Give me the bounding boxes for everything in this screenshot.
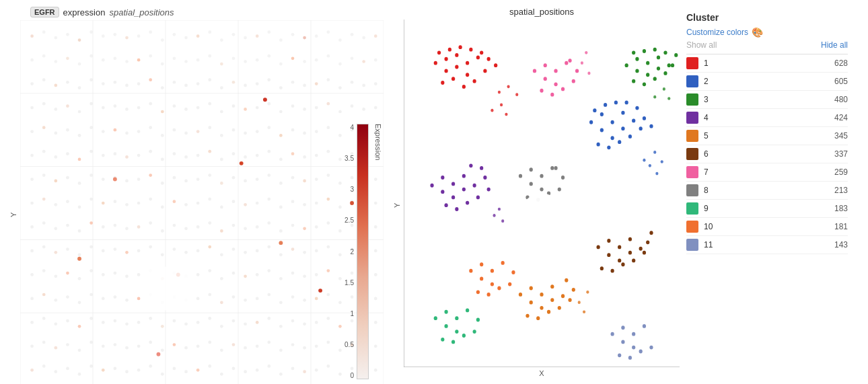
svg-point-133 <box>42 126 46 129</box>
cluster-item[interactable]: 7 259 <box>686 163 848 182</box>
svg-point-428 <box>338 348 342 352</box>
svg-point-305 <box>303 251 306 254</box>
svg-point-580 <box>554 69 557 73</box>
svg-point-627 <box>643 324 646 328</box>
svg-point-78 <box>102 82 105 85</box>
svg-point-426 <box>315 345 318 348</box>
svg-point-114 <box>173 104 176 108</box>
svg-point-329 <box>232 272 236 275</box>
svg-point-505 <box>618 140 621 144</box>
customize-colors-link[interactable]: Customize colors <box>686 28 748 37</box>
y-axis-label-left: Y <box>7 20 20 384</box>
svg-point-496 <box>611 120 614 124</box>
svg-point-194 <box>54 180 57 183</box>
svg-point-112 <box>149 102 152 106</box>
svg-point-257 <box>89 221 93 225</box>
hide-all-link[interactable]: Hide all <box>821 40 848 50</box>
svg-point-214 <box>291 176 295 180</box>
svg-point-409 <box>114 343 117 346</box>
cluster-item[interactable]: 10 181 <box>686 218 848 236</box>
svg-point-135 <box>66 128 69 132</box>
svg-point-318 <box>102 273 105 276</box>
cluster-item[interactable]: 3 480 <box>686 91 848 109</box>
colorbar-ticks: 4 3.5 3 2.5 2 1.5 1 0.5 0 <box>345 124 354 379</box>
left-panel: EGFR expression spatial_positions Y <box>7 7 384 377</box>
svg-point-498 <box>632 118 635 122</box>
svg-point-481 <box>466 73 469 77</box>
svg-point-252 <box>30 225 34 229</box>
cluster-item[interactable]: 2 605 <box>686 73 848 91</box>
svg-point-386 <box>196 321 200 324</box>
cluster-item[interactable]: 6 337 <box>686 145 848 163</box>
svg-point-421 <box>256 345 259 348</box>
svg-point-424 <box>291 343 295 346</box>
cluster-item[interactable]: 1 628 <box>686 54 848 73</box>
svg-point-51 <box>137 59 141 62</box>
svg-point-346 <box>78 301 81 304</box>
svg-point-649 <box>493 214 495 217</box>
cluster-item[interactable]: 4 424 <box>686 109 848 127</box>
svg-point-565 <box>618 245 621 249</box>
cluster-item[interactable]: 5 345 <box>686 127 848 145</box>
svg-point-549 <box>530 286 533 291</box>
svg-point-572 <box>600 266 604 270</box>
cluster-name: 10 <box>704 222 713 231</box>
svg-point-98 <box>338 86 342 89</box>
svg-point-436 <box>78 373 81 376</box>
svg-point-610 <box>451 340 455 344</box>
svg-point-292 <box>149 245 152 249</box>
svg-point-88 <box>220 86 223 89</box>
svg-point-564 <box>607 239 610 243</box>
svg-point-230 <box>125 203 129 206</box>
svg-point-127 <box>326 102 330 106</box>
svg-point-546 <box>483 176 486 180</box>
svg-point-553 <box>530 301 533 305</box>
svg-point-231 <box>137 202 141 205</box>
svg-point-366 <box>315 297 318 301</box>
svg-point-65 <box>303 60 306 63</box>
svg-point-506 <box>628 135 632 139</box>
svg-point-559 <box>547 310 550 314</box>
svg-point-418 <box>220 348 223 352</box>
svg-point-165 <box>66 152 69 155</box>
cluster-item[interactable]: 9 183 <box>686 200 848 218</box>
svg-point-82 <box>149 78 152 81</box>
svg-point-364 <box>291 295 295 299</box>
svg-point-615 <box>491 269 494 273</box>
svg-point-596 <box>519 174 522 178</box>
svg-point-365 <box>303 299 306 302</box>
svg-point-18 <box>102 34 105 38</box>
svg-point-85 <box>184 84 188 87</box>
svg-point-398 <box>338 325 342 328</box>
svg-point-606 <box>444 324 447 328</box>
svg-point-319 <box>114 272 117 275</box>
svg-point-145 <box>184 132 188 135</box>
svg-point-380 <box>125 322 129 325</box>
show-all-link[interactable]: Show all <box>686 40 717 50</box>
svg-point-119 <box>232 104 236 108</box>
svg-point-446 <box>196 369 200 372</box>
svg-point-454 <box>291 367 295 371</box>
cluster-name: 8 <box>704 186 709 195</box>
svg-point-433 <box>42 364 46 368</box>
cluster-count: 605 <box>834 77 848 86</box>
svg-point-423 <box>279 348 283 352</box>
svg-point-464 <box>113 178 117 182</box>
svg-point-297 <box>208 245 211 249</box>
svg-point-172 <box>149 150 152 153</box>
svg-point-639 <box>505 113 507 116</box>
svg-point-608 <box>434 316 437 320</box>
svg-point-643 <box>655 172 658 176</box>
svg-point-105 <box>66 104 69 108</box>
cluster-count: 143 <box>834 240 848 249</box>
svg-point-116 <box>196 106 200 110</box>
svg-point-616 <box>501 261 505 265</box>
y-axis-label-middle: Y <box>390 20 404 377</box>
cluster-item[interactable]: 11 143 <box>686 236 848 254</box>
svg-point-574 <box>621 262 624 266</box>
cluster-item[interactable]: 8 213 <box>686 182 848 200</box>
svg-point-202 <box>149 174 152 177</box>
svg-point-254 <box>54 227 57 230</box>
cluster-name: 9 <box>704 204 709 213</box>
svg-point-164 <box>54 155 57 159</box>
